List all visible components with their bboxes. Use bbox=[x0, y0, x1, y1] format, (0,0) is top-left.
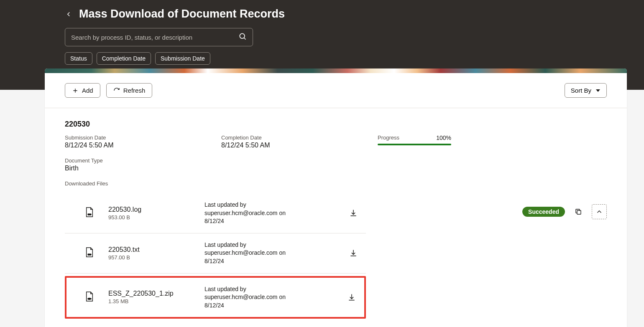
submission-date-block: Submission Date 8/12/24 5:50 AM bbox=[65, 134, 221, 149]
progress-percent: 100% bbox=[436, 134, 451, 141]
sort-by-button[interactable]: Sort By bbox=[565, 83, 607, 98]
svg-point-0 bbox=[240, 33, 245, 38]
doc-file-icon: DOC bbox=[85, 207, 108, 219]
collapse-icon[interactable] bbox=[592, 204, 607, 219]
file-updated: Last updated by superuser.hcm@oracle.com… bbox=[204, 241, 288, 266]
page-title: Mass Download of Document Records bbox=[79, 8, 285, 20]
file-row-highlighted: ZIP ESS_Z_220530_1.zip 1.35 MB Last upda… bbox=[65, 276, 366, 319]
completion-date-block: Completion Date 8/12/24 5:50 AM bbox=[221, 134, 378, 149]
record-card: 220530 Submission Date 8/12/24 5:50 AM C… bbox=[45, 108, 627, 327]
caret-down-icon bbox=[595, 88, 601, 93]
download-button[interactable] bbox=[341, 249, 366, 257]
filter-status[interactable]: Status bbox=[65, 52, 92, 65]
file-size: 953.00 B bbox=[108, 214, 204, 221]
sort-by-label: Sort By bbox=[571, 87, 591, 94]
file-name: ESS_Z_220530_1.zip bbox=[108, 290, 204, 297]
progress-label: Progress bbox=[378, 134, 399, 141]
submission-date-label: Submission Date bbox=[65, 134, 221, 141]
status-badge: Succeeded bbox=[522, 207, 565, 217]
file-updated: Last updated by superuser.hcm@oracle.com… bbox=[204, 201, 288, 226]
download-button[interactable] bbox=[341, 209, 366, 217]
files-list: DOC 220530.log 953.00 B Last updated by … bbox=[65, 193, 366, 319]
refresh-button[interactable]: Refresh bbox=[106, 83, 153, 98]
file-size: 957.00 B bbox=[108, 254, 204, 261]
back-icon[interactable] bbox=[65, 10, 72, 18]
file-updated: Last updated by superuser.hcm@oracle.com… bbox=[204, 285, 288, 310]
search-box[interactable] bbox=[65, 28, 253, 46]
filter-submission-date[interactable]: Submission Date bbox=[155, 52, 210, 65]
downloaded-files-label: Downloaded Files bbox=[65, 180, 607, 187]
file-size: 1.35 MB bbox=[108, 298, 204, 304]
search-input[interactable] bbox=[71, 34, 238, 41]
svg-text:ZIP: ZIP bbox=[89, 298, 91, 300]
file-name: 220530.log bbox=[108, 206, 204, 213]
completion-date-label: Completion Date bbox=[221, 134, 378, 141]
zip-file-icon: ZIP bbox=[85, 291, 108, 304]
document-type-block: Document Type Birth bbox=[65, 157, 221, 172]
doc-file-icon: DOC bbox=[85, 247, 108, 259]
add-button[interactable]: Add bbox=[65, 83, 100, 98]
record-id: 220530 bbox=[65, 120, 607, 129]
filter-completion-date[interactable]: Completion Date bbox=[97, 52, 151, 65]
document-type-value: Birth bbox=[65, 165, 221, 172]
svg-text:DOC: DOC bbox=[88, 254, 91, 256]
copy-icon[interactable] bbox=[571, 204, 586, 219]
decorative-banner bbox=[45, 68, 627, 73]
svg-text:DOC: DOC bbox=[88, 214, 91, 215]
search-icon[interactable] bbox=[238, 32, 247, 42]
add-button-label: Add bbox=[82, 87, 93, 94]
progress-bar bbox=[378, 144, 451, 145]
svg-marker-4 bbox=[596, 89, 600, 92]
svg-line-1 bbox=[244, 38, 246, 40]
download-button[interactable] bbox=[339, 293, 364, 302]
completion-date-value: 8/12/24 5:50 AM bbox=[221, 142, 378, 149]
file-row: DOC 220530.txt 957.00 B Last updated by … bbox=[65, 233, 366, 274]
file-row: DOC 220530.log 953.00 B Last updated by … bbox=[65, 193, 366, 233]
svg-rect-11 bbox=[577, 210, 581, 214]
submission-date-value: 8/12/24 5:50 AM bbox=[65, 142, 221, 149]
file-name: 220530.txt bbox=[108, 246, 204, 253]
document-type-label: Document Type bbox=[65, 157, 221, 164]
refresh-button-label: Refresh bbox=[123, 87, 146, 94]
content-panel: Add Refresh Sort By 220530 Submission Da… bbox=[45, 68, 627, 327]
progress-block: Progress 100% bbox=[378, 134, 451, 149]
